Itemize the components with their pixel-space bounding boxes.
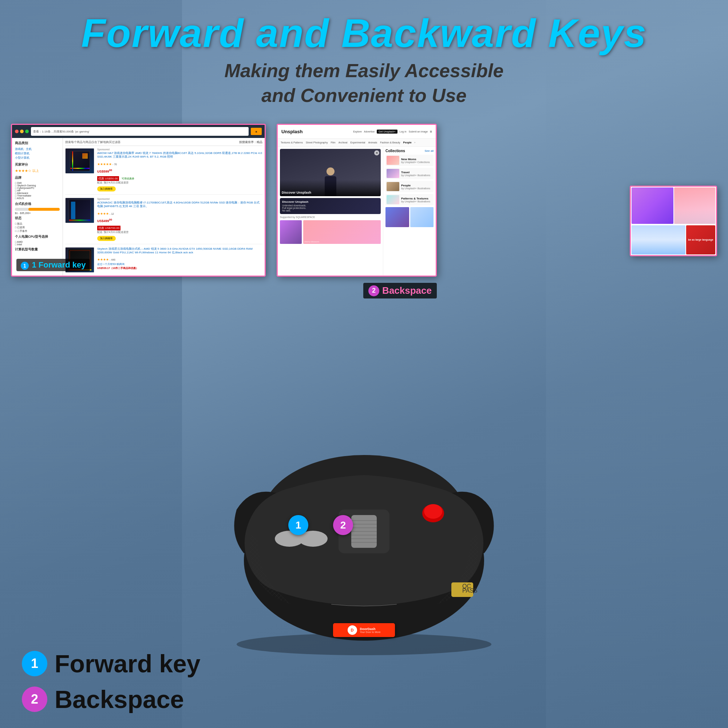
- unsplash-screenshot: Unsplash Explore Advertise Get Unsplash+…: [277, 124, 437, 277]
- backspace-label: 2 Backspace: [363, 283, 437, 298]
- product-1-img: [65, 148, 94, 174]
- amazon-address-bar: 查看：1-16条，共搜索50,000条 'pc gaming': [31, 127, 249, 136]
- sponsored-tag-1: Sponsored: [97, 148, 262, 151]
- sub-title: Making them Easily Accessible and Conven…: [37, 59, 691, 108]
- badge-1-screenshot: 1: [21, 262, 29, 270]
- mouse-badge-1: 1: [288, 515, 308, 535]
- price-2: US$49900: [97, 219, 112, 223]
- thumb-text-overlay: be as large language: [688, 227, 714, 253]
- collection-thumb-new-moms: [387, 156, 399, 165]
- amazon-body: 商品类别 游戏机 · 主机 模拟计算机 小型计算机 买家评分 ★★★★☆ 以上 …: [12, 138, 265, 275]
- collection-info-people: People by Unsplash+ Illustrations: [401, 184, 430, 190]
- close-icon[interactable]: ✕: [374, 150, 379, 155]
- cpu-options: □ AMD□ Intel: [15, 241, 60, 246]
- rgb-side: [72, 151, 73, 171]
- mouse-badge-2: 2: [333, 515, 353, 535]
- discover-text3: No ads.: [282, 209, 379, 212]
- status-options: □ 新品□ 已使用□ 二手备件: [15, 222, 60, 233]
- collection-by-people: by Unsplash+ Illustrations: [401, 187, 430, 190]
- collections-header: Collections See all: [385, 149, 434, 153]
- grid-bg: [410, 207, 434, 227]
- sponsored-tag-2: Sponsored: [97, 198, 262, 200]
- supported-by: Supported by SQUARESPACE: [280, 216, 381, 219]
- collection-info-patterns: Patterns & Textures by Unsplash+ Illustr…: [401, 197, 430, 203]
- unsplash-thumb-grid: be as large language: [630, 186, 717, 256]
- add-to-cart-1[interactable]: 加入购物车: [97, 187, 116, 191]
- unsplash-body: Discover Unsplash ✕ Discover Unsplash Un…: [278, 147, 436, 275]
- thumb-text: be as large language: [688, 239, 713, 241]
- collection-by-travel: by Unsplash+ Illustrations: [401, 174, 430, 177]
- backspace-bottom-label: Backspace: [55, 685, 184, 713]
- badge-2-number: 2: [340, 519, 346, 531]
- discover-title: Discover Unsplash: [282, 200, 379, 203]
- sale-2: 优惠 US$700.00: [97, 224, 262, 230]
- amazon-logo: a: [255, 130, 257, 133]
- thumb-row-top: [631, 187, 716, 225]
- backspace-label-text: Backspace: [382, 285, 432, 296]
- cat-animals: Animals: [368, 141, 377, 144]
- sort-label: 按搜索排序：精品: [239, 140, 262, 144]
- coupon-1: 可用优惠券: [122, 177, 134, 180]
- unsplash-categories: Textures & Patterns Street Photography F…: [278, 139, 436, 147]
- price-range: $1 - $35,200+: [15, 212, 60, 214]
- product-3-stars: ★★★★ - 446: [97, 255, 262, 262]
- product-1-title: AWOW HA7 游戏迷你电脑带 AMD 锐龙 7 7840HS 的迷你电脑8C…: [97, 151, 262, 159]
- product-2-title: ACEMAGIC 迷你电脑游戏电脑酷睿 i7-11700B0C/16T,高达 4…: [97, 201, 262, 209]
- product-3-title: Skytech 游戏星云游戏电脑台式机 – AMD 锐龙 5 3600 3.6 …: [97, 247, 262, 255]
- bottom-labels: 1 Forward key 2 Backspace: [22, 649, 200, 713]
- pass-text: PASS: [462, 587, 477, 594]
- big-circle-2-number: 2: [31, 691, 38, 707]
- see-all-link[interactable]: See all: [425, 149, 434, 153]
- product-2-info: Sponsored ACEMAGIC 迷你电脑游戏电脑酷睿 i7-11700B0…: [97, 198, 262, 241]
- discover-panel: Discover Unsplash Unlimited downloads. F…: [280, 198, 381, 214]
- header-section: Forward and Backward Keys Making them Ea…: [37, 11, 691, 108]
- red-button-top: [424, 504, 442, 519]
- sidebar-rating-title: 买家评分: [15, 162, 60, 167]
- hamburger-icon[interactable]: ≡: [430, 130, 432, 134]
- price-title: 台式机价格: [15, 202, 60, 206]
- count-title: 计算机型号数量: [15, 247, 60, 252]
- sidebar-category-title: 商品类别: [15, 141, 60, 145]
- featured-image: Discover Unsplash ✕: [280, 149, 381, 196]
- collection-name-travel: Travel: [401, 171, 430, 174]
- cat-street: Street Photography: [306, 141, 327, 144]
- cat-people: People: [403, 141, 412, 144]
- forward-key-text-screenshot: 1 Forward key: [32, 260, 86, 269]
- thumb-row-bottom: be as large language: [631, 225, 716, 255]
- collections-panel: Collections See all New Moms by Unsplash…: [383, 147, 436, 275]
- nav-explore: Explore: [353, 130, 362, 133]
- amazon-browser-bar: 查看：1-16条，共搜索50,000条 'pc gaming' a: [12, 125, 265, 138]
- cat-textures: Textures & Patterns: [281, 141, 303, 144]
- results-count: 搜索每个商品与商品仅在了解地购买过滤器: [65, 141, 121, 144]
- cat-archival: Archival: [338, 141, 348, 144]
- mouse-container: QC PASS 1 2 D DoorDash Your Door to More: [200, 408, 528, 655]
- collection-name-new-moms: New Moms: [401, 158, 430, 161]
- cpu-title: 个人电脑CPU型号选择: [15, 234, 60, 239]
- amazon-sidebar: 商品类别 游戏机 · 主机 模拟计算机 小型计算机 买家评分 ★★★★☆ 以上 …: [12, 138, 63, 275]
- collection-people: People by Unsplash+ Illustrations: [385, 181, 434, 192]
- doordash-title: DoorDash: [360, 627, 381, 631]
- thumb-red-text: be as large language: [686, 225, 715, 254]
- results-header: 搜索每个商品与商品仅在了解地购买过滤器 按搜索排序：精品: [65, 140, 262, 146]
- thumb-purple: [632, 187, 673, 224]
- person-head: [327, 167, 335, 176]
- badge-1-number: 1: [295, 519, 301, 531]
- price-1: US$59900: [97, 170, 112, 173]
- sub-title-line1: Making them Easily Accessible: [225, 60, 504, 81]
- big-circle-2: 2: [22, 687, 47, 712]
- big-circle-1: 1: [22, 651, 47, 676]
- small-grid: [385, 207, 434, 227]
- cat-fashion: Fashion & Beauty: [380, 141, 400, 144]
- collection-travel: Travel by Unsplash+ Illustrations: [385, 168, 434, 179]
- delivery-1: 配送: 预计4月21日配送退货: [97, 181, 262, 185]
- sub-title-line2: and Convenient to Use: [262, 85, 466, 106]
- discover-text: Unlimited downloads.: [282, 204, 379, 207]
- cat-experimental: Experimental: [350, 141, 366, 144]
- bg-left: [0, 0, 182, 728]
- sidebar-brand-title: 品牌: [15, 176, 60, 180]
- product-3-variants: 这过一个月有50+购商询: [97, 262, 262, 266]
- sale-tag-1: 优惠 US$50.00: [97, 176, 119, 181]
- collection-info-travel: Travel by Unsplash+ Illustrations: [401, 171, 430, 177]
- unsplash-logo: Unsplash: [281, 129, 303, 134]
- add-to-cart-2[interactable]: 加入购物车: [97, 236, 116, 241]
